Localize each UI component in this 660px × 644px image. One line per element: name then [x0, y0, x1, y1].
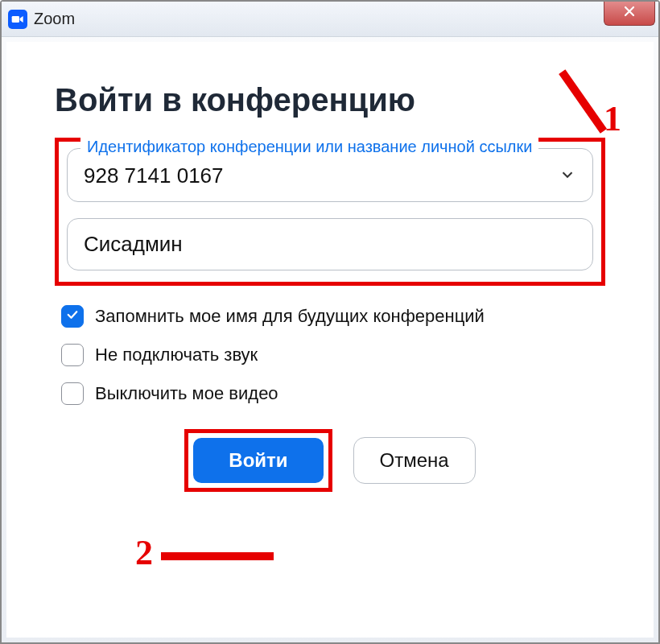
titlebar: Zoom — [2, 2, 658, 37]
checkbox-no-video[interactable] — [61, 382, 84, 405]
cancel-button[interactable]: Отмена — [353, 437, 476, 484]
app-window: Zoom 1 Войти в конференцию Идентификатор… — [0, 0, 660, 644]
titlebar-left: Zoom — [8, 10, 75, 29]
name-field-wrap — [67, 218, 593, 270]
dialog-content: 1 Войти в конференцию Идентификатор конф… — [6, 42, 654, 638]
window-title: Zoom — [34, 10, 75, 28]
name-input[interactable] — [84, 232, 576, 257]
close-icon — [623, 5, 636, 21]
annotation-2: 2 — [135, 532, 153, 573]
checkbox-remember-name[interactable] — [61, 305, 84, 328]
meeting-id-value: 928 7141 0167 — [84, 163, 224, 188]
annotation-2-line — [161, 552, 274, 560]
checkbox-no-video-label: Выключить мое видео — [95, 383, 278, 404]
join-button[interactable]: Войти — [193, 438, 323, 483]
meeting-id-field[interactable]: Идентификатор конференции или название л… — [67, 148, 593, 202]
checkbox-remember-name-row: Запомнить мое имя для будущих конференци… — [55, 305, 605, 328]
zoom-app-icon — [8, 10, 27, 29]
meeting-id-label: Идентификатор конференции или название л… — [80, 138, 538, 156]
checkbox-no-audio-row: Не подключать звук — [55, 344, 605, 366]
close-button[interactable] — [604, 2, 655, 26]
annotation-highlight-1: Идентификатор конференции или название л… — [55, 138, 605, 286]
chevron-down-icon[interactable] — [559, 166, 576, 187]
annotation-1: 1 — [604, 98, 621, 139]
check-icon — [65, 308, 80, 325]
checkbox-no-audio[interactable] — [61, 344, 84, 366]
svg-rect-0 — [12, 16, 19, 23]
button-row: Войти Отмена — [55, 429, 605, 492]
checkbox-remember-name-label: Запомнить мое имя для будущих конференци… — [95, 306, 485, 327]
checkbox-no-video-row: Выключить мое видео — [55, 382, 605, 405]
dialog-heading: Войти в конференцию — [55, 82, 605, 118]
checkbox-no-audio-label: Не подключать звук — [95, 345, 258, 365]
annotation-highlight-2: Войти — [184, 429, 332, 492]
